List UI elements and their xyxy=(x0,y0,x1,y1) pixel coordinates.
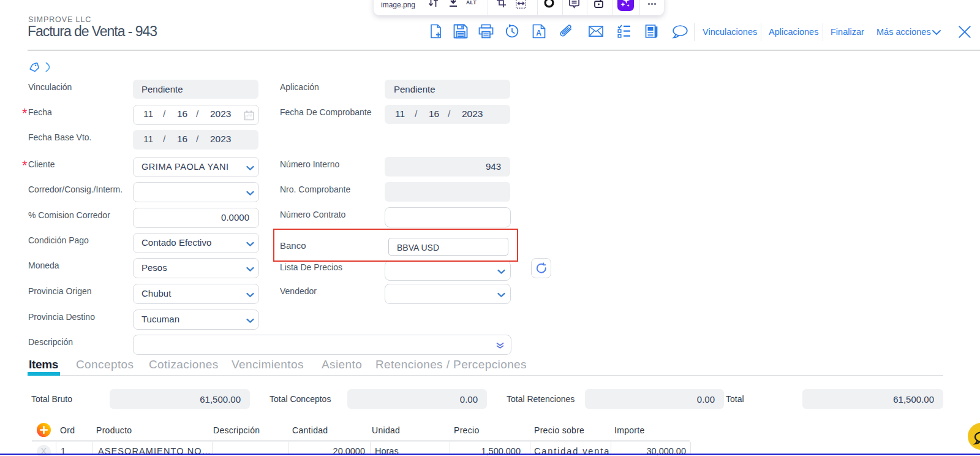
svg-text:A: A xyxy=(536,29,541,37)
